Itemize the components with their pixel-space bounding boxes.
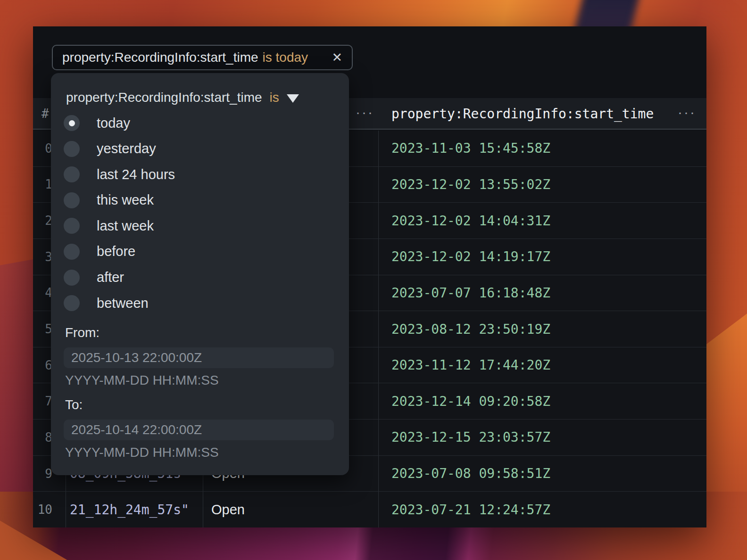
- radio-icon[interactable]: [64, 244, 80, 260]
- column-menu-icon[interactable]: ···: [356, 105, 374, 119]
- filter-option-yesterday[interactable]: yesterday: [64, 141, 175, 157]
- filter-option-label: last 24 hours: [97, 167, 175, 182]
- chevron-down-icon[interactable]: [287, 94, 299, 103]
- from-format-hint: YYYY-MM-DD HH:MM:SS: [65, 373, 219, 388]
- filter-option-label: between: [97, 296, 149, 311]
- recording-name-cell: 21_12h_24m_57s": [66, 492, 203, 527]
- filter-option-label: today: [97, 115, 130, 131]
- start-time-column-header[interactable]: property:RecordingInfo:start_time: [391, 106, 654, 121]
- to-input[interactable]: 2025-10-14 22:00:00Z: [64, 420, 334, 440]
- start-time-cell: 2023-12-14 09:20:58Z: [379, 383, 706, 419]
- filter-option-this-week[interactable]: this week: [64, 192, 175, 208]
- app-window: # ··· property:RecordingInfo:start_time …: [33, 26, 706, 527]
- radio-icon[interactable]: [64, 270, 80, 286]
- filter-option-before[interactable]: before: [64, 244, 175, 260]
- radio-selected-icon[interactable]: [64, 115, 80, 131]
- start-time-cell: 2023-08-12 23:50:19Z: [379, 311, 706, 347]
- filter-option-after[interactable]: after: [64, 270, 175, 286]
- filter-option-last-24-hours[interactable]: last 24 hours: [64, 166, 175, 182]
- filter-option-between[interactable]: between: [64, 295, 175, 311]
- filter-field-label: property:RecordingInfo:start_time: [66, 90, 262, 105]
- table-row: 1021_12h_24m_57s"Open2023-07-21 12:24:57…: [33, 492, 706, 527]
- start-time-cell: 2023-12-02 14:19:17Z: [379, 239, 706, 275]
- start-time-cell: 2023-11-12 17:44:20Z: [379, 347, 706, 383]
- row-index-cell: 10: [33, 492, 66, 527]
- start-time-cell: 2023-12-02 14:04:31Z: [379, 203, 706, 239]
- radio-icon[interactable]: [64, 218, 80, 234]
- radio-icon[interactable]: [64, 192, 80, 208]
- filter-option-today[interactable]: today: [64, 115, 175, 131]
- filter-pill-field: property:RecordingInfo:start_time: [62, 50, 258, 65]
- filter-pill[interactable]: property:RecordingInfo:start_time is tod…: [52, 45, 353, 70]
- from-label: From:: [65, 325, 100, 340]
- start-time-cell: 2023-12-15 23:03:57Z: [379, 420, 706, 455]
- column-menu-icon[interactable]: ···: [678, 105, 696, 119]
- to-label: To:: [65, 397, 83, 412]
- radio-icon[interactable]: [64, 166, 80, 182]
- radio-icon[interactable]: [64, 295, 80, 311]
- radio-icon[interactable]: [64, 141, 80, 157]
- filter-popup: property:RecordingInfo:start_time is tod…: [51, 73, 349, 475]
- filter-option-last-week[interactable]: last week: [64, 218, 175, 234]
- start-time-cell: 2023-07-08 09:58:51Z: [379, 456, 706, 492]
- filter-option-label: this week: [97, 192, 154, 208]
- filter-popup-header: property:RecordingInfo:start_time is: [66, 87, 299, 108]
- open-link[interactable]: Open: [203, 492, 379, 527]
- filter-option-label: last week: [97, 218, 154, 234]
- filter-operator-label: is: [270, 90, 279, 105]
- start-time-cell: 2023-11-03 15:45:58Z: [379, 131, 706, 166]
- filter-option-label: after: [97, 270, 124, 285]
- from-input[interactable]: 2025-10-13 22:00:00Z: [64, 347, 334, 368]
- start-time-cell: 2023-07-21 12:24:57Z: [379, 492, 706, 527]
- start-time-cell: 2023-07-07 16:18:48Z: [379, 275, 706, 311]
- index-column-header: #: [42, 107, 49, 121]
- start-time-cell: 2023-12-02 13:55:02Z: [379, 167, 706, 203]
- close-icon[interactable]: ✕: [332, 50, 342, 65]
- filter-option-list: todayyesterdaylast 24 hoursthis weeklast…: [64, 115, 175, 311]
- filter-option-label: yesterday: [97, 141, 156, 156]
- filter-pill-condition: is today: [263, 50, 308, 65]
- to-format-hint: YYYY-MM-DD HH:MM:SS: [65, 445, 219, 460]
- filter-option-label: before: [97, 244, 135, 259]
